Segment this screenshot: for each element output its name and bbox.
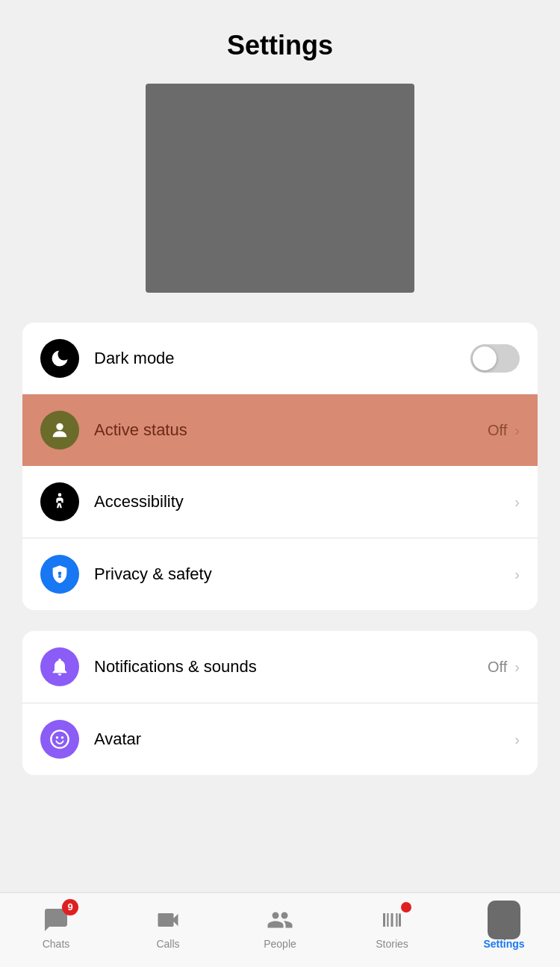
avatar-label: Avatar [94, 730, 514, 749]
privacy-safety-row[interactable]: Privacy & safety › [22, 538, 538, 610]
privacy-safety-chevron: › [514, 566, 520, 583]
toggle-knob [473, 346, 497, 370]
notifications-chevron: › [514, 659, 520, 676]
people-label: People [264, 938, 296, 950]
svg-point-5 [56, 736, 59, 739]
accessibility-chevron: › [514, 494, 520, 511]
avatar-chevron: › [514, 731, 520, 748]
dark-mode-label: Dark mode [94, 349, 470, 368]
active-status-icon [40, 411, 79, 450]
notifications-icon [40, 647, 79, 686]
dark-mode-row[interactable]: Dark mode [22, 323, 538, 394]
svg-point-6 [61, 736, 64, 739]
tab-stories[interactable]: Stories [336, 893, 448, 960]
profile-image-section [0, 76, 560, 323]
privacy-safety-icon [40, 555, 79, 594]
chats-icon-wrap: 9 [40, 904, 72, 936]
chats-label: Chats [43, 938, 70, 950]
settings-icon-wrap [488, 904, 520, 936]
moon-icon [49, 348, 70, 369]
dark-mode-icon [40, 339, 79, 378]
settings-tab-avatar [488, 901, 520, 939]
profile-image [146, 84, 414, 293]
tab-bar: 9 Chats Calls People Stories [0, 892, 560, 967]
accessibility-person-icon [49, 491, 70, 512]
calls-icon-wrap [152, 904, 184, 936]
calls-icon [155, 907, 181, 933]
tab-people[interactable]: People [224, 893, 336, 960]
page-title: Settings [0, 0, 560, 76]
settings-section-2: Notifications & sounds Off › Avatar › [22, 631, 538, 775]
privacy-safety-label: Privacy & safety [94, 565, 514, 584]
accessibility-icon [40, 482, 79, 521]
dark-mode-toggle[interactable] [470, 344, 520, 373]
active-status-label: Active status [94, 420, 488, 440]
stories-dot [401, 902, 411, 912]
svg-rect-7 [399, 913, 401, 927]
tab-settings[interactable]: Settings [448, 893, 560, 960]
accessibility-label: Accessibility [94, 492, 514, 512]
active-status-value: Off [488, 422, 507, 439]
avatar-smiley-icon [49, 729, 70, 750]
svg-point-0 [56, 423, 63, 430]
notifications-value: Off [488, 659, 507, 676]
active-status-row[interactable]: Active status Off › [22, 394, 538, 466]
settings-label: Settings [483, 938, 524, 950]
svg-point-1 [58, 493, 62, 497]
bell-icon [49, 656, 70, 677]
tab-chats[interactable]: 9 Chats [0, 893, 112, 960]
avatar-row[interactable]: Avatar › [22, 703, 538, 775]
calls-label: Calls [156, 938, 179, 950]
svg-rect-3 [58, 575, 61, 578]
settings-section-1: Dark mode Active status Off › Accessibil… [22, 323, 538, 610]
notifications-label: Notifications & sounds [94, 657, 488, 677]
svg-point-2 [58, 572, 62, 576]
stories-label: Stories [376, 938, 408, 950]
person-check-icon [49, 420, 70, 441]
svg-point-4 [51, 730, 68, 747]
people-icon [267, 907, 293, 933]
notifications-row[interactable]: Notifications & sounds Off › [22, 631, 538, 703]
people-icon-wrap [264, 904, 296, 936]
avatar-icon-bg [40, 720, 79, 759]
shield-lock-icon [49, 564, 70, 585]
tab-calls[interactable]: Calls [112, 893, 224, 960]
stories-icon-wrap [376, 904, 408, 936]
chats-badge: 9 [62, 899, 78, 915]
active-status-chevron: › [514, 422, 520, 439]
accessibility-row[interactable]: Accessibility › [22, 466, 538, 538]
